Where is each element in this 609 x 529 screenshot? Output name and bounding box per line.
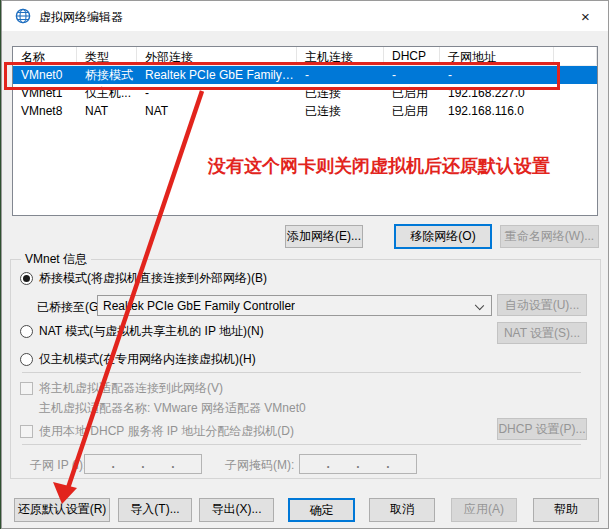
apply-button[interactable]: 应用(A) bbox=[451, 498, 517, 522]
cell-subnet: - bbox=[440, 66, 554, 84]
radio-hostonly-icon[interactable] bbox=[20, 353, 33, 366]
ip-dot: . bbox=[171, 457, 174, 471]
cell-type: 仅主机... bbox=[77, 84, 137, 102]
import-button[interactable]: 导入(T)... bbox=[118, 498, 192, 522]
subnet-mask-label: 子网掩码(M): bbox=[225, 457, 294, 474]
column-header-external[interactable]: 外部连接 bbox=[137, 47, 297, 65]
adapter-connect-option[interactable]: 将主机虚拟适配器连接到此网络(V) bbox=[20, 380, 223, 397]
window-title: 虚拟网络编辑器 bbox=[39, 9, 123, 26]
cell-type: 桥接模式 bbox=[77, 66, 137, 84]
cell-subnet: 192.168.227.0 bbox=[440, 84, 554, 102]
network-globe-icon bbox=[15, 8, 31, 24]
dhcp-service-option[interactable]: 使用本地 DHCP 服务将 IP 地址分配给虚拟机(D) bbox=[20, 423, 294, 440]
rename-network-button[interactable]: 重命名网络(W)... bbox=[500, 225, 599, 248]
help-button[interactable]: 帮助 bbox=[533, 498, 599, 522]
column-header-dhcp[interactable]: DHCP bbox=[384, 47, 440, 65]
add-network-button[interactable]: 添加网络(E)... bbox=[285, 225, 363, 248]
network-list[interactable]: 名称 类型 外部连接 主机连接 DHCP 子网地址 VMnet0 桥接模式 Re… bbox=[12, 46, 598, 216]
cell-dhcp: - bbox=[384, 66, 440, 84]
ip-dot: . bbox=[141, 457, 144, 471]
checkbox-dhcp-icon[interactable] bbox=[20, 425, 33, 438]
cell-external: Realtek PCIe GbE Family Co... bbox=[137, 66, 297, 84]
column-header-name[interactable]: 名称 bbox=[13, 47, 77, 65]
virtual-network-editor-dialog: 虚拟网络编辑器 × 名称 类型 外部连接 主机连接 DHCP 子网地址 VMne… bbox=[1, 0, 609, 529]
cell-external: NAT bbox=[137, 102, 297, 120]
column-header-host[interactable]: 主机连接 bbox=[297, 47, 384, 65]
radio-nat-icon[interactable] bbox=[20, 325, 33, 338]
remove-network-button[interactable]: 移除网络(O) bbox=[394, 224, 492, 249]
ip-dot: . bbox=[111, 457, 114, 471]
nat-settings-button[interactable]: NAT 设置(S)... bbox=[497, 322, 587, 344]
vmnet-info-label: VMnet 信息 bbox=[21, 251, 91, 268]
bridged-adapter-value: Realtek PCIe GbE Family Controller bbox=[98, 299, 295, 313]
chevron-down-icon bbox=[475, 301, 484, 310]
nat-radio-label: NAT 模式(与虚拟机共享主机的 IP 地址)(N) bbox=[39, 323, 264, 340]
table-row-vmnet0[interactable]: VMnet0 桥接模式 Realtek PCIe GbE Family Co..… bbox=[13, 66, 597, 84]
cell-subnet: 192.168.116.0 bbox=[440, 102, 554, 120]
table-row-vmnet8[interactable]: VMnet8 NAT NAT 已连接 已启用 192.168.116.0 bbox=[13, 102, 597, 120]
dhcp-settings-button[interactable]: DHCP 设置(P)... bbox=[497, 418, 587, 440]
bridged-radio-label: 桥接模式(将虚拟机直接连接到外部网络)(B) bbox=[39, 270, 267, 287]
ok-button[interactable]: 确定 bbox=[288, 498, 355, 522]
hostonly-radio-label: 仅主机模式(在专用网络内连接虚拟机)(H) bbox=[39, 351, 256, 368]
bridged-to-label: 已桥接至(G): bbox=[37, 299, 106, 316]
divider bbox=[22, 372, 581, 373]
divider bbox=[22, 444, 581, 445]
cell-host: 已连接 bbox=[297, 84, 384, 102]
ip-dot: . bbox=[326, 457, 329, 471]
dhcp-checkbox-label: 使用本地 DHCP 服务将 IP 地址分配给虚拟机(D) bbox=[39, 423, 294, 440]
export-button[interactable]: 导出(X)... bbox=[199, 498, 274, 522]
close-button[interactable]: × bbox=[563, 1, 608, 31]
restore-defaults-button[interactable]: 还原默认设置(R) bbox=[14, 498, 110, 522]
network-list-header: 名称 类型 外部连接 主机连接 DHCP 子网地址 bbox=[13, 47, 597, 66]
cancel-button[interactable]: 取消 bbox=[369, 498, 435, 522]
cell-external: - bbox=[137, 84, 297, 102]
vmnet-info-group: VMnet 信息 bbox=[10, 259, 601, 479]
adapter-checkbox-label: 将主机虚拟适配器连接到此网络(V) bbox=[39, 380, 223, 397]
cell-name: VMnet0 bbox=[13, 66, 77, 84]
cell-name: VMnet8 bbox=[13, 102, 77, 120]
subnet-ip-label: 子网 IP (I): bbox=[30, 457, 86, 474]
annotation-note: 没有这个网卡则关闭虚拟机后还原默认设置 bbox=[208, 154, 550, 178]
cell-name: VMnet1 bbox=[13, 84, 77, 102]
bridged-adapter-select[interactable]: Realtek PCIe GbE Family Controller bbox=[97, 295, 492, 316]
nat-mode-option[interactable]: NAT 模式(与虚拟机共享主机的 IP 地址)(N) bbox=[20, 323, 264, 340]
subnet-ip-input[interactable]: . . . bbox=[84, 454, 202, 474]
bridged-mode-option[interactable]: 桥接模式(将虚拟机直接连接到外部网络)(B) bbox=[20, 270, 267, 287]
cell-dhcp: 已启用 bbox=[384, 102, 440, 120]
auto-settings-button[interactable]: 自动设置(U)... bbox=[497, 294, 587, 316]
column-header-type[interactable]: 类型 bbox=[77, 47, 137, 65]
hostonly-mode-option[interactable]: 仅主机模式(在专用网络内连接虚拟机)(H) bbox=[20, 351, 256, 368]
column-header-spacer bbox=[554, 47, 597, 65]
ip-dot: . bbox=[356, 457, 359, 471]
cell-host: - bbox=[297, 66, 384, 84]
cell-type: NAT bbox=[77, 102, 137, 120]
adapter-name-text: 主机虚拟适配器名称: VMware 网络适配器 VMnet0 bbox=[39, 400, 306, 417]
cell-host: 已连接 bbox=[297, 102, 384, 120]
checkbox-adapter-icon[interactable] bbox=[20, 382, 33, 395]
close-icon: × bbox=[581, 8, 590, 25]
subnet-mask-input[interactable]: . . . bbox=[299, 454, 417, 474]
cell-dhcp: 已启用 bbox=[384, 84, 440, 102]
title-bar: 虚拟网络编辑器 × bbox=[2, 1, 608, 31]
column-header-subnet[interactable]: 子网地址 bbox=[440, 47, 554, 65]
table-row-vmnet1[interactable]: VMnet1 仅主机... - 已连接 已启用 192.168.227.0 bbox=[13, 84, 597, 102]
radio-bridged-icon[interactable] bbox=[20, 272, 33, 285]
ip-dot: . bbox=[386, 457, 389, 471]
